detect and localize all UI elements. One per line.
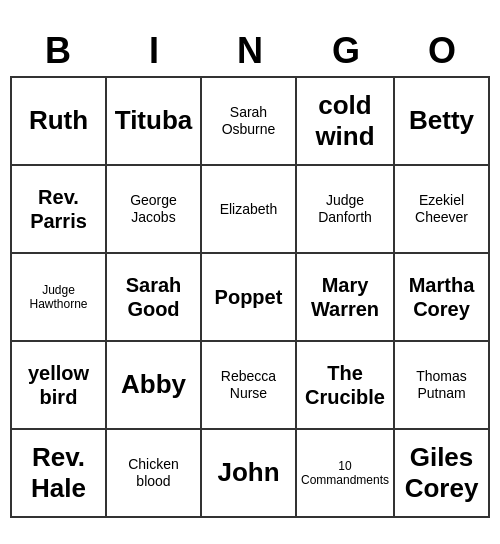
cell-text: Poppet: [215, 285, 283, 309]
bingo-header: BINGO: [10, 26, 490, 76]
cell-text: The Crucible: [301, 361, 389, 409]
bingo-cell: Tituba: [107, 78, 202, 166]
bingo-cell: Martha Corey: [395, 254, 490, 342]
cell-text: Rebecca Nurse: [206, 368, 291, 402]
cell-text: Rev. Parris: [16, 185, 101, 233]
bingo-cell: 10 Commandments: [297, 430, 395, 518]
cell-text: Judge Hawthorne: [16, 283, 101, 312]
bingo-cell: Rebecca Nurse: [202, 342, 297, 430]
cell-text: Abby: [121, 369, 186, 400]
bingo-cell: Judge Hawthorne: [12, 254, 107, 342]
bingo-letter: O: [394, 26, 490, 76]
cell-text: Rev. Hale: [16, 442, 101, 504]
bingo-letter: I: [106, 26, 202, 76]
cell-text: Sarah Good: [111, 273, 196, 321]
cell-text: George Jacobs: [111, 192, 196, 226]
bingo-cell: Giles Corey: [395, 430, 490, 518]
bingo-letter: G: [298, 26, 394, 76]
bingo-cell: Ruth: [12, 78, 107, 166]
bingo-card: BINGO RuthTitubaSarah Osburnecold windBe…: [10, 26, 490, 518]
cell-text: Ezekiel Cheever: [399, 192, 484, 226]
bingo-cell: Sarah Osburne: [202, 78, 297, 166]
cell-text: cold wind: [301, 90, 389, 152]
cell-text: Ruth: [29, 105, 88, 136]
bingo-cell: Mary Warren: [297, 254, 395, 342]
bingo-cell: Thomas Putnam: [395, 342, 490, 430]
cell-text: Tituba: [115, 105, 193, 136]
bingo-cell: Ezekiel Cheever: [395, 166, 490, 254]
bingo-cell: George Jacobs: [107, 166, 202, 254]
bingo-cell: John: [202, 430, 297, 518]
cell-text: John: [217, 457, 279, 488]
bingo-cell: Abby: [107, 342, 202, 430]
bingo-cell: yellow bird: [12, 342, 107, 430]
bingo-cell: Elizabeth: [202, 166, 297, 254]
cell-text: 10 Commandments: [301, 459, 389, 488]
bingo-cell: Chicken blood: [107, 430, 202, 518]
bingo-cell: Poppet: [202, 254, 297, 342]
bingo-cell: Rev. Hale: [12, 430, 107, 518]
cell-text: Betty: [409, 105, 474, 136]
cell-text: Elizabeth: [220, 201, 278, 218]
bingo-cell: Betty: [395, 78, 490, 166]
bingo-grid: RuthTitubaSarah Osburnecold windBettyRev…: [10, 76, 490, 518]
cell-text: Sarah Osburne: [206, 104, 291, 138]
cell-text: yellow bird: [16, 361, 101, 409]
bingo-cell: Sarah Good: [107, 254, 202, 342]
bingo-letter: N: [202, 26, 298, 76]
cell-text: Giles Corey: [399, 442, 484, 504]
cell-text: Mary Warren: [301, 273, 389, 321]
cell-text: Thomas Putnam: [399, 368, 484, 402]
bingo-cell: cold wind: [297, 78, 395, 166]
bingo-cell: Judge Danforth: [297, 166, 395, 254]
cell-text: Judge Danforth: [301, 192, 389, 226]
bingo-letter: B: [10, 26, 106, 76]
cell-text: Chicken blood: [111, 456, 196, 490]
bingo-cell: The Crucible: [297, 342, 395, 430]
bingo-cell: Rev. Parris: [12, 166, 107, 254]
cell-text: Martha Corey: [399, 273, 484, 321]
